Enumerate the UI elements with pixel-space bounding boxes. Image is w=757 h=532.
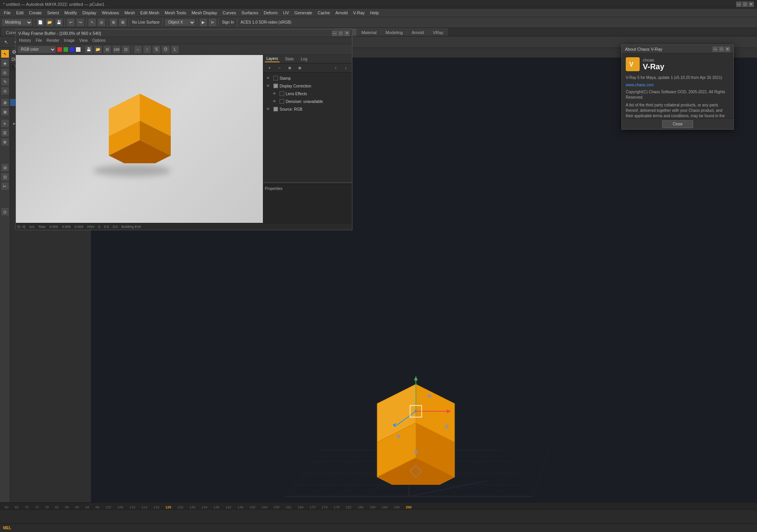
connections-button[interactable]: ⊢ (1, 182, 9, 190)
menu-deform[interactable]: Deform (261, 10, 280, 16)
menu-vray[interactable]: V-Ray (351, 10, 367, 16)
object-mode-dropdown[interactable]: Object X (165, 19, 196, 26)
select-tool-button[interactable]: ↖ (88, 18, 96, 27)
vfb-view-menu[interactable]: View (78, 38, 89, 43)
menu-create[interactable]: Create (27, 10, 44, 16)
snap-button[interactable]: ⊞ (1, 98, 9, 107)
menu-generate[interactable]: Generate (292, 10, 314, 16)
menu-file[interactable]: File (2, 10, 13, 16)
magnet-button[interactable]: ⊠ (1, 108, 9, 116)
vfb-color-blue[interactable] (69, 47, 75, 52)
tab-material[interactable]: Material (357, 28, 381, 36)
tool-settings-button[interactable]: ⚙ (1, 138, 9, 146)
vfb-ocio-btn[interactable]: O (161, 45, 170, 54)
vfb-color-red[interactable] (57, 47, 62, 52)
layer-checkbox[interactable] (280, 99, 284, 104)
vfb-options-menu[interactable]: Options (91, 38, 107, 43)
layer-checkbox[interactable]: ✓ (273, 84, 278, 88)
layer-checkbox[interactable] (280, 91, 284, 96)
undo-button[interactable]: ↩ (67, 18, 75, 27)
tab-arnold[interactable]: Arnold (407, 28, 428, 36)
vfb-file-menu[interactable]: File (34, 38, 43, 43)
layer-checkbox[interactable]: ✓ (273, 107, 278, 111)
render-button[interactable]: ▶ (199, 18, 208, 27)
timeline-content[interactable] (0, 510, 757, 524)
vfb-open-btn[interactable]: 📂 (94, 45, 102, 54)
lasso-tool-button[interactable]: ◎ (97, 18, 106, 27)
vfb-srgb-btn[interactable]: S (152, 45, 161, 54)
history-button[interactable]: ◷ (1, 207, 9, 216)
vfb-minimize-btn[interactable]: — (332, 31, 337, 36)
vfb-lut-btn[interactable]: L (171, 45, 179, 54)
about-maximize-btn[interactable]: □ (719, 46, 724, 52)
vfb-layer-add[interactable]: + (265, 63, 274, 73)
vfb-close-btn[interactable]: ✕ (344, 31, 350, 36)
ipr-button[interactable]: ⊳ (208, 18, 217, 27)
menu-uv[interactable]: UV (281, 10, 291, 16)
vfb-tab-stats[interactable]: Stats (283, 56, 295, 62)
vfb-zoom-btn[interactable]: 100 (112, 45, 121, 54)
vfb-render-menu[interactable]: Render (45, 38, 61, 43)
workspace-dropdown[interactable]: Modeling (2, 19, 33, 26)
lasso-tool[interactable]: ◎ (1, 68, 9, 77)
close-button[interactable]: ✕ (748, 2, 754, 7)
vfb-layer-source-rgb[interactable]: 👁 ✓ Source: RGB (265, 105, 350, 113)
vfb-color-mode-dropdown[interactable]: RGB color (17, 46, 56, 53)
minimize-button[interactable]: — (736, 2, 742, 7)
menu-mesh-display[interactable]: Mesh Display (189, 10, 220, 16)
sign-in-label[interactable]: Sign In (220, 20, 235, 24)
menu-help[interactable]: Help (368, 10, 381, 16)
render-layer-button[interactable]: ⊡ (1, 173, 9, 181)
menu-display[interactable]: Display (80, 10, 99, 16)
about-close-btn[interactable]: ✕ (725, 46, 730, 52)
vfb-layer-duplicate[interactable]: ⊕ (285, 63, 294, 73)
vfb-save-btn[interactable]: 💾 (84, 45, 93, 54)
maximize-button[interactable]: □ (742, 2, 748, 7)
menu-curves[interactable]: Curves (220, 10, 239, 16)
snap-curve-button[interactable]: ⊠ (118, 18, 127, 27)
layer-checkbox[interactable] (273, 76, 278, 80)
tab-vray[interactable]: VRay (429, 28, 448, 36)
vfb-tab-log[interactable]: Log (299, 56, 309, 62)
redo-button[interactable]: ↪ (76, 18, 84, 27)
vfb-layer-delete[interactable]: − (275, 63, 284, 73)
tab-modeling[interactable]: Modeling (381, 28, 407, 36)
menu-cache[interactable]: Cache (315, 10, 332, 16)
vfb-tab-layers[interactable]: Layers (265, 56, 280, 62)
vfb-color-white[interactable] (76, 47, 81, 52)
channel-box-button[interactable]: ≡ (1, 119, 9, 128)
menu-mesh[interactable]: Mesh (122, 10, 137, 16)
menu-surfaces[interactable]: Surfaces (239, 10, 261, 16)
menu-edit[interactable]: Edit (14, 10, 26, 16)
vfb-layer-display-correction[interactable]: 👁 ✓ Display Correction (265, 82, 350, 90)
vfb-color-green[interactable] (63, 47, 69, 52)
snap-grid-button[interactable]: ⊞ (109, 18, 118, 27)
vfb-layer-up[interactable]: ↑ (331, 63, 340, 73)
menu-edit-mesh[interactable]: Edit Mesh (138, 10, 161, 16)
display-layer-button[interactable]: ⊟ (1, 163, 9, 172)
icon-select[interactable]: ↖ (2, 38, 11, 47)
menu-windows[interactable]: Windows (100, 10, 122, 16)
menu-select[interactable]: Select (45, 10, 62, 16)
about-close-button[interactable]: Close (662, 120, 693, 128)
about-minimize-btn[interactable]: — (712, 46, 718, 52)
vfb-compare-btn[interactable]: ⊟ (103, 45, 112, 54)
open-file-button[interactable]: 📂 (45, 18, 54, 27)
new-file-button[interactable]: 📄 (36, 18, 45, 27)
save-button[interactable]: 💾 (55, 18, 63, 27)
vfb-layer-stamp[interactable]: 👁 Stamp (265, 74, 350, 82)
vfb-layer-denoiser[interactable]: 👁 Denoiser: unavailable (265, 98, 350, 105)
vfb-flip-h-btn[interactable]: ↔ (134, 45, 142, 54)
paint-select-tool[interactable]: ◈ (1, 59, 9, 67)
vfb-layer-merge[interactable]: ⊗ (295, 63, 304, 73)
menu-modify[interactable]: Modify (62, 10, 79, 16)
vfb-maximize-btn[interactable]: □ (338, 31, 343, 36)
vfb-history-tab[interactable]: History (17, 38, 33, 43)
menu-mesh-tools[interactable]: Mesh Tools (162, 10, 188, 16)
vfb-layer-lens-effects[interactable]: 👁 Lens Effects (265, 90, 350, 98)
select-tool[interactable]: ↖ (1, 50, 9, 58)
sculpt-tool[interactable]: ⊙ (1, 87, 9, 95)
paint-tool[interactable]: ✎ (1, 77, 9, 86)
vfb-layer-down[interactable]: ↓ (341, 63, 350, 73)
about-website-link[interactable]: www.chaos.com (626, 83, 730, 87)
